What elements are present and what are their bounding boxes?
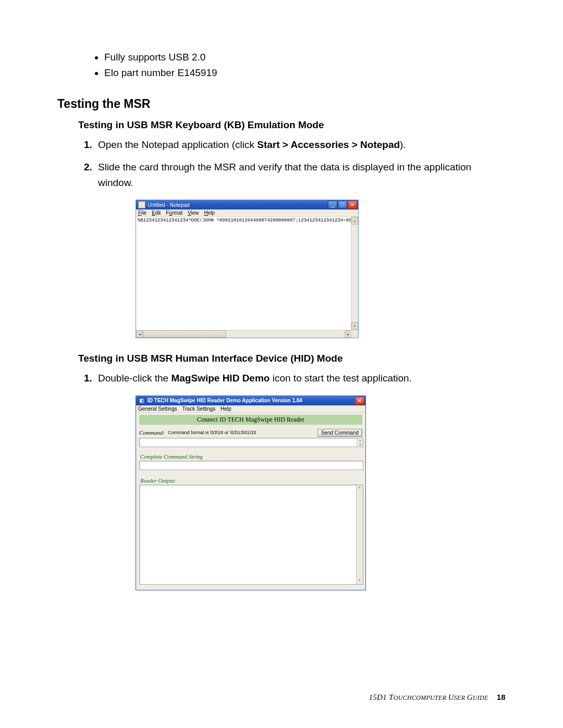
- notepad-titlebar[interactable]: Untitled - Notepad _ □ ✕: [136, 200, 358, 209]
- textarea-scrollbar[interactable]: ▴ ▾: [356, 485, 363, 584]
- step-text: Double-click the: [98, 373, 171, 384]
- input-scroll[interactable]: ▴▾: [357, 438, 363, 447]
- menu-help[interactable]: Help: [221, 406, 231, 412]
- send-command-button[interactable]: Send Command: [317, 429, 362, 437]
- menu-help[interactable]: Help: [204, 210, 215, 216]
- scroll-down-icon[interactable]: ▾: [357, 442, 363, 447]
- menu-view[interactable]: View: [188, 210, 199, 216]
- connect-banner: Connect ID TECH MagSwipe HID Reader: [139, 415, 362, 425]
- scroll-corner: [351, 330, 358, 338]
- scroll-down-icon[interactable]: ▾: [351, 322, 358, 330]
- magswipe-app-icon: ◧: [138, 397, 145, 404]
- step-text: Open the Notepad application (click: [98, 139, 257, 150]
- scroll-track[interactable]: [143, 330, 345, 338]
- command-input[interactable]: ▴▾: [139, 438, 363, 447]
- step-item: Slide the card through the MSR and verif…: [95, 159, 506, 190]
- hid-steps: Double-click the MagSwipe HID Demo icon …: [95, 371, 506, 386]
- notepad-menubar[interactable]: File Edit Format View Help: [136, 209, 358, 217]
- feature-bullets: Fully supports USB 2.0 Elo part number E…: [104, 50, 506, 81]
- vertical-scrollbar[interactable]: ▴ ▾: [351, 217, 358, 330]
- heading-testing-msr: Testing the MSR: [57, 97, 506, 111]
- scroll-thumb[interactable]: [143, 330, 226, 338]
- scroll-up-icon[interactable]: ▴: [357, 438, 363, 442]
- notepad-content: %B1234123412341234^DOE/JOHN ^09021010126…: [138, 218, 358, 223]
- magswipe-titlebar[interactable]: ◧ ID TECH MagSwipe HID Reader Demo Appli…: [136, 396, 365, 405]
- footer-doc: 15D1 TOUCHCOMPUTER USER GUIDE: [369, 693, 488, 701]
- document-page: Fully supports USB 2.0 Elo part number E…: [0, 0, 563, 728]
- notepad-text-area[interactable]: %B1234123412341234^DOE/JOHN ^09021010126…: [136, 217, 358, 330]
- heading-hid-mode: Testing in USB MSR Human Interface Devic…: [78, 353, 506, 364]
- step-text: icon to start the test application.: [270, 373, 412, 384]
- notepad-window: Untitled - Notepad _ □ ✕ File Edit Forma…: [136, 200, 359, 338]
- page-number: 18: [497, 693, 506, 701]
- kb-steps: Open the Notepad application (click Star…: [95, 137, 506, 190]
- command-label: Command:: [139, 429, 165, 436]
- minimize-button[interactable]: _: [328, 201, 337, 209]
- bullet-item: Elo part number E145919: [104, 65, 506, 81]
- menu-edit[interactable]: Edit: [152, 210, 161, 216]
- reader-output-label: Reader Output:: [140, 477, 362, 484]
- magswipe-title-text: ID TECH MagSwipe HID Reader Demo Applica…: [148, 398, 302, 403]
- close-button[interactable]: ✕: [355, 397, 364, 405]
- notepad-app-icon: [138, 201, 145, 208]
- reader-output-textarea[interactable]: ▴ ▾: [139, 485, 363, 585]
- scroll-left-icon[interactable]: ◂: [136, 330, 143, 338]
- menu-general-settings[interactable]: General Settings: [138, 406, 177, 412]
- page-footer: 15D1 TOUCHCOMPUTER USER GUIDE 18: [369, 693, 506, 702]
- scroll-down-icon[interactable]: ▾: [357, 578, 363, 584]
- menu-track-settings[interactable]: Track Settings: [182, 406, 216, 412]
- complete-string-label: Complete Command String: [140, 453, 362, 460]
- command-hint: Command format is \53\18 or \53\13\01\33: [168, 430, 256, 435]
- menu-file[interactable]: File: [138, 210, 146, 216]
- heading-kb-mode: Testing in USB MSR Keyboard (KB) Emulati…: [78, 119, 506, 131]
- notepad-title-text: Untitled - Notepad: [148, 202, 190, 208]
- menu-format[interactable]: Format: [166, 210, 182, 216]
- scroll-up-icon[interactable]: ▴: [351, 217, 358, 225]
- magswipe-menubar[interactable]: General Settings Track Settings Help: [136, 405, 365, 413]
- command-row: Command: Command format is \53\18 or \53…: [139, 429, 362, 437]
- maximize-button[interactable]: □: [338, 201, 347, 209]
- scroll-up-icon[interactable]: ▴: [357, 485, 363, 491]
- step-bold: Start > Accessories > Notepad: [257, 139, 400, 150]
- complete-string-input[interactable]: [139, 461, 363, 470]
- close-button[interactable]: ✕: [348, 201, 357, 209]
- step-bold: MagSwipe HID Demo: [171, 373, 270, 384]
- horizontal-scrollbar[interactable]: ◂ ▸: [136, 330, 358, 338]
- magswipe-window: ◧ ID TECH MagSwipe HID Reader Demo Appli…: [136, 396, 366, 590]
- magswipe-body: Connect ID TECH MagSwipe HID Reader Comm…: [136, 413, 365, 590]
- bullet-item: Fully supports USB 2.0: [104, 50, 506, 65]
- step-text: ).: [400, 139, 406, 150]
- step-item: Open the Notepad application (click Star…: [95, 137, 506, 152]
- step-item: Double-click the MagSwipe HID Demo icon …: [95, 371, 506, 386]
